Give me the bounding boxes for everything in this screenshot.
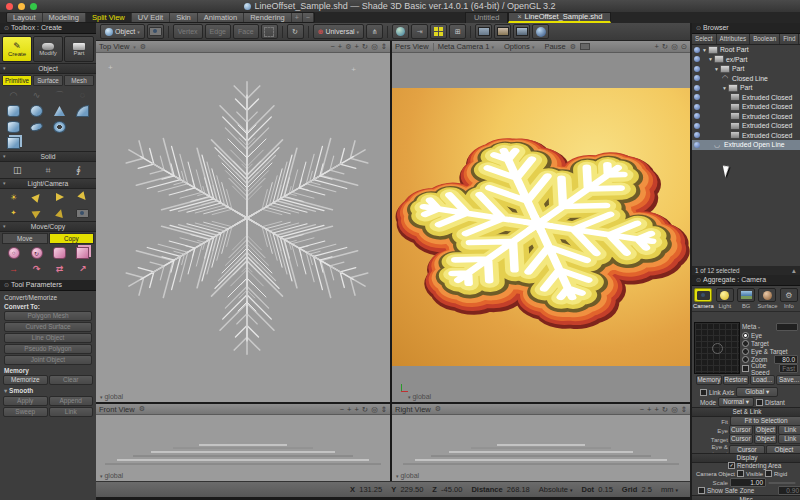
aggregate-tab-camera[interactable]: Camera xyxy=(693,288,714,309)
modify-mode-button[interactable]: Modify xyxy=(33,36,63,62)
zoom-value-field[interactable]: 80.0 xyxy=(774,355,798,364)
distant-checkbox[interactable] xyxy=(756,399,763,406)
viewport-front[interactable]: Front View ⚙ − + + ↻ ◎ ⇕ ▾ global xyxy=(96,404,390,481)
mesh-tab[interactable]: Mesh xyxy=(64,75,94,86)
circle-tool-icon[interactable]: ◌ xyxy=(71,88,94,102)
pan-icon[interactable]: + xyxy=(354,42,358,51)
pan-icon[interactable]: + xyxy=(354,405,358,414)
zoom-in-button[interactable]: + xyxy=(647,405,651,414)
pan-icon[interactable]: + xyxy=(654,405,658,414)
expand-arrow[interactable]: ▼ xyxy=(714,66,719,72)
export-icon[interactable]: ⇥ xyxy=(411,24,428,39)
tree-item-label[interactable]: Closed Line xyxy=(732,75,768,82)
workspace-remove-button[interactable]: − xyxy=(303,13,314,22)
orbit-icon[interactable]: ↻ xyxy=(662,405,668,414)
object-mode-button[interactable]: Object▾ xyxy=(100,24,145,39)
extrude-tool-icon[interactable]: ⌗ xyxy=(33,163,64,177)
expand-arrow[interactable]: ▼ xyxy=(702,47,707,53)
skeleton-icon[interactable]: ⋔ xyxy=(366,24,383,39)
expand-arrow[interactable]: ▼ xyxy=(722,85,727,91)
visibility-toggle[interactable] xyxy=(694,66,700,72)
cube-speed-checkbox[interactable] xyxy=(742,365,749,372)
browser-tab-boolean[interactable]: Boolean xyxy=(750,34,780,44)
link-axis-dropdown[interactable]: Global ▾ xyxy=(736,387,778,397)
edge-mode-button[interactable]: Edge xyxy=(205,24,231,39)
universal-manipulator-button[interactable]: ⊕Universal▾ xyxy=(313,24,365,39)
closed-line-tool-icon[interactable]: ◠ xyxy=(2,88,25,102)
coordinate-space-label[interactable]: ▾ global xyxy=(100,393,123,400)
smooth-apply-button[interactable]: Apply xyxy=(3,396,48,406)
coordinate-space-label[interactable]: ▾ global xyxy=(396,472,419,479)
zoom-out-button[interactable]: − xyxy=(330,42,334,51)
visibility-toggle[interactable] xyxy=(694,85,700,91)
offset-tool-icon[interactable]: ↗ xyxy=(71,262,94,276)
wireframe-display-button[interactable] xyxy=(475,24,492,39)
directional-light-tool-icon[interactable] xyxy=(48,206,71,220)
zoom-in-button[interactable]: + xyxy=(338,42,342,51)
convert-joint-object-button[interactable]: Joint Object xyxy=(4,355,92,365)
rotate-tool-icon[interactable]: ↻ xyxy=(25,246,48,260)
view-camera-icon[interactable]: ⚙ xyxy=(345,43,351,51)
expand-arrow[interactable]: ▼ xyxy=(708,56,713,62)
smooth-append-button[interactable]: Append xyxy=(49,396,94,406)
aggregate-tab-light[interactable]: Light xyxy=(715,288,735,309)
world-icon[interactable] xyxy=(392,24,409,39)
copy-button[interactable]: Copy xyxy=(49,233,95,244)
object-section-header[interactable]: ▾Object xyxy=(0,63,96,74)
toolbox-header[interactable]: ⊙Toolbox : Create xyxy=(0,23,96,34)
visibility-toggle[interactable] xyxy=(694,123,700,129)
dolly-icon[interactable]: ⇕ xyxy=(381,42,387,51)
save-button[interactable]: Save... xyxy=(776,375,800,385)
tab-modeling[interactable]: Modeling xyxy=(43,13,86,22)
visibility-toggle[interactable] xyxy=(694,113,700,119)
create-mode-button[interactable]: ✎Create xyxy=(2,36,32,62)
tab-skin[interactable]: Skin xyxy=(170,13,198,22)
zoom-radio[interactable] xyxy=(742,356,749,363)
grid-view-button[interactable]: ⊞ xyxy=(449,24,466,39)
aggregate-header[interactable]: ⊙Aggregate : Camera xyxy=(692,275,800,286)
lasso-select-icon[interactable] xyxy=(261,24,278,39)
tool-parameters-header[interactable]: ⊙Tool Parameters xyxy=(0,280,96,291)
collapse-arrow-icon[interactable]: ▲ xyxy=(791,266,797,275)
safe-zone-field[interactable]: 0.90 xyxy=(778,486,800,495)
swap-tool-icon[interactable]: ⇄ xyxy=(48,262,71,276)
disc-tool-icon[interactable] xyxy=(25,120,48,134)
tree-item-label[interactable]: ex/Part xyxy=(726,56,748,63)
zoom-out-button[interactable]: − xyxy=(640,405,644,414)
coordinate-space-label[interactable]: ▾ global xyxy=(408,393,431,400)
monitor-icon[interactable] xyxy=(580,43,590,50)
zoom-icon[interactable]: ◎ xyxy=(671,42,678,51)
link-axis-checkbox[interactable] xyxy=(700,389,707,396)
pan-icon[interactable]: + xyxy=(654,42,658,51)
tree-item-label[interactable]: Part xyxy=(732,65,744,72)
visibility-toggle[interactable] xyxy=(694,56,700,62)
tab-rendering[interactable]: Rendering xyxy=(244,13,292,22)
open-line-tool-icon[interactable]: ∿ xyxy=(25,88,48,102)
viewport-pers[interactable]: Pers View Meta Camera 1 ▾ Options ▾ Paus… xyxy=(392,41,690,402)
mirror-tool-icon[interactable]: ↷ xyxy=(25,262,48,276)
convert-pseudo-polygon-button[interactable]: Pseudo Polygon xyxy=(4,344,92,354)
dolly-icon[interactable]: ⇕ xyxy=(381,405,387,414)
meta-field[interactable] xyxy=(776,323,798,331)
cone-tool-icon[interactable] xyxy=(48,104,71,118)
gear-icon[interactable]: ⚙ xyxy=(139,405,145,413)
camera-select-dropdown[interactable]: Meta Camera 1 ▾ xyxy=(438,42,494,51)
zoom-in-button[interactable]: + xyxy=(347,405,351,414)
solid-box-tool-icon[interactable]: ◫ xyxy=(2,163,33,177)
tab-layout[interactable]: Layout xyxy=(7,13,43,22)
translate-tool-icon[interactable]: → xyxy=(2,262,25,276)
cube-tool-icon[interactable] xyxy=(2,136,25,150)
zoom-icon[interactable]: ◎ xyxy=(371,405,378,414)
sweep-helix-tool-icon[interactable]: ∮ xyxy=(63,163,94,177)
tab-split-view[interactable]: Split View xyxy=(86,13,132,22)
convert-curved-surface-button[interactable]: Curved Surface xyxy=(4,322,92,332)
tree-item-label[interactable]: Part xyxy=(740,84,752,91)
eye-target-radio[interactable] xyxy=(742,348,749,355)
preview-render-button[interactable] xyxy=(532,24,549,39)
options-dropdown[interactable]: Options ▾ xyxy=(504,42,534,51)
solid-section-header[interactable]: ▾Solid xyxy=(0,151,96,162)
browser-tab-select[interactable]: Select ▾ xyxy=(692,34,717,44)
close-tab-icon[interactable]: × xyxy=(517,13,521,20)
rendering-area-checkbox[interactable]: ✓ xyxy=(728,462,735,469)
ambient-light-tool-icon[interactable] xyxy=(71,190,94,204)
